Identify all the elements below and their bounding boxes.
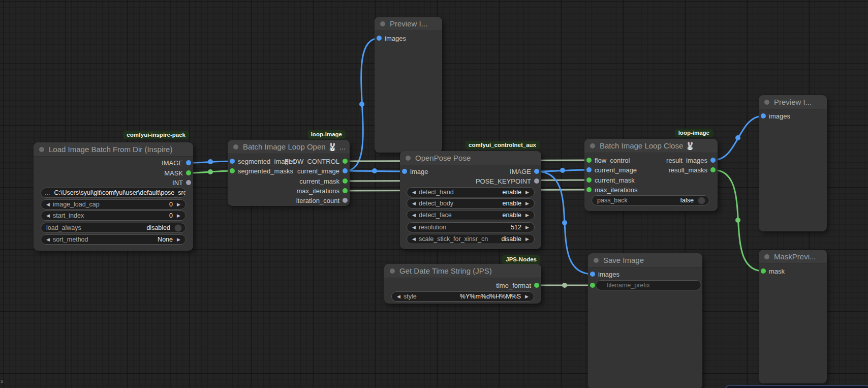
node-title-bar[interactable]: Preview I...: [375, 17, 442, 31]
node-preview-image-top[interactable]: Preview I... images: [375, 17, 442, 153]
slot-label: result_images: [666, 157, 707, 164]
widget-value: 0: [169, 212, 173, 219]
slot-dot-int[interactable]: [343, 188, 348, 193]
decrement-arrow-icon[interactable]: ◀: [411, 190, 417, 195]
slot-dot-int[interactable]: [186, 180, 191, 185]
node-title-bar[interactable]: Batch Image Loop Open 🐰 ...: [228, 140, 350, 154]
input-slot-current-mask: current_mask: [584, 175, 718, 185]
decrement-arrow-icon[interactable]: ◀: [411, 213, 417, 218]
slot-dot-image[interactable]: [343, 168, 348, 173]
widget-name: load_always: [46, 224, 146, 231]
node-title: OpenPose Pose: [415, 154, 471, 162]
slot-label: images: [385, 35, 406, 42]
slot-dot-int[interactable]: [586, 187, 592, 192]
widget-style[interactable]: ◀ style %Y%m%d%H%M%S ▶: [391, 291, 534, 302]
slot-dot-mask[interactable]: [761, 268, 766, 274]
slot-dot-mask[interactable]: [186, 170, 191, 175]
output-slot-mask: MASK: [34, 168, 193, 178]
decrement-arrow-icon[interactable]: ◀: [45, 202, 51, 207]
slot-label: FLOW_CONTROL: [285, 158, 339, 165]
node-mask-preview[interactable]: MaskPrevi... mask: [759, 250, 827, 383]
node-batch-image-loop-close[interactable]: Batch Image Loop Close 🐰 flow_control cu…: [584, 139, 718, 211]
link-midpoint-dot: [562, 220, 567, 225]
collapse-dot-icon[interactable]: [764, 254, 769, 259]
slot-dot-string[interactable]: [590, 283, 595, 288]
widget-directory-path[interactable]: ... C:\Users\syui\git\comfyui\user\defau…: [41, 188, 186, 198]
decrement-arrow-icon[interactable]: ◀: [411, 201, 417, 206]
collapse-dot-icon[interactable]: [590, 143, 595, 148]
increment-arrow-icon[interactable]: ▶: [175, 202, 182, 207]
increment-arrow-icon[interactable]: ▶: [175, 237, 182, 242]
slot-dot-image[interactable]: [761, 113, 766, 118]
increment-arrow-icon[interactable]: ▶: [524, 236, 531, 242]
decrement-arrow-icon[interactable]: ◀: [411, 236, 417, 242]
node-title-bar[interactable]: Preview I...: [759, 95, 827, 109]
node-title-bar[interactable]: MaskPrevi...: [759, 250, 827, 264]
widget-sort-method[interactable]: ◀ sort_method None ▶: [41, 234, 186, 245]
link-midpoint-dot: [208, 159, 213, 164]
widget-load-always[interactable]: load_always disabled: [41, 223, 186, 233]
widget-name: start_index: [53, 212, 169, 219]
decrement-arrow-icon[interactable]: ◀: [411, 225, 417, 230]
widget-pass-back[interactable]: pass_back false: [592, 195, 709, 205]
widget-detect-body[interactable]: ◀ detect_body enable ▶: [407, 198, 535, 208]
decrement-arrow-icon[interactable]: ◀: [45, 237, 51, 242]
graph-canvas[interactable]: Load Image Batch From Dir (Inspire) IMAG…: [0, 0, 868, 388]
node-openpose-pose[interactable]: OpenPose Pose image IMAGE POSE_KEYPOINT …: [400, 151, 541, 249]
collapse-dot-icon[interactable]: [390, 268, 395, 274]
widget-filename-prefix[interactable]: filename_prefix: [596, 280, 701, 290]
link-midpoint-dot: [560, 168, 565, 173]
node-title-bar[interactable]: OpenPose Pose: [400, 151, 541, 165]
node-batch-image-loop-open[interactable]: Batch Image Loop Open 🐰 ... segmented_im…: [228, 140, 350, 206]
node-save-image[interactable]: Save Image images filename_prefix: [588, 253, 702, 388]
increment-arrow-icon[interactable]: ▶: [524, 190, 531, 195]
collapse-dot-icon[interactable]: [380, 21, 385, 26]
node-title-bar[interactable]: Get Date Time String (JPS): [384, 264, 541, 278]
widget-image-load-cap[interactable]: ◀ image_load_cap 0 ▶: [41, 199, 186, 210]
increment-arrow-icon[interactable]: ▶: [524, 201, 531, 206]
toggle-knob[interactable]: [698, 197, 705, 204]
increment-arrow-icon[interactable]: ▶: [524, 225, 531, 230]
node-load-image-batch[interactable]: Load Image Batch From Dir (Inspire) IMAG…: [34, 142, 193, 251]
node-get-date-time-string[interactable]: Get Date Time String (JPS) time_format ◀…: [384, 264, 541, 304]
widget-detect-hand[interactable]: ◀ detect_hand enable ▶: [407, 187, 535, 197]
increment-arrow-icon[interactable]: ▶: [523, 294, 530, 299]
group-badge-inspire-pack: comfyui-inspire-pack: [123, 131, 189, 139]
slot-dot-flow-control[interactable]: [343, 159, 348, 164]
slot-dot-int[interactable]: [343, 198, 348, 203]
slot-dot-image[interactable]: [710, 158, 716, 163]
widget-scale-stick[interactable]: ◀ scale_stick_for_xinsr_cn disable ▶: [407, 234, 535, 244]
group-badge-controlnet-aux: comfyui_controlnet_aux: [465, 141, 540, 150]
partial-node-bottom-right[interactable]: [725, 385, 868, 388]
slot-label: max_iterations: [296, 187, 339, 195]
slot-label: IMAGE: [162, 159, 183, 167]
decrement-arrow-icon[interactable]: ◀: [45, 213, 51, 218]
collapse-dot-icon[interactable]: [233, 144, 238, 150]
increment-arrow-icon[interactable]: ▶: [524, 213, 531, 218]
slot-dot-image[interactable]: [534, 169, 539, 174]
widget-detect-face[interactable]: ◀ detect_face enable ▶: [407, 210, 535, 220]
slot-dot-string[interactable]: [534, 283, 539, 288]
slot-dot-pose-keypoint[interactable]: [534, 178, 539, 184]
slot-dot-mask[interactable]: [586, 177, 592, 183]
widget-value: enable: [502, 200, 521, 207]
increment-arrow-icon[interactable]: ▶: [175, 213, 182, 218]
collapse-dot-icon[interactable]: [39, 147, 44, 152]
collapse-dot-icon[interactable]: [594, 258, 599, 263]
widget-start-index[interactable]: ◀ start_index 0 ▶: [41, 211, 186, 221]
slot-dot-mask[interactable]: [343, 178, 348, 184]
collapse-dot-icon[interactable]: [406, 156, 411, 161]
node-title-bar[interactable]: Load Image Batch From Dir (Inspire): [34, 142, 193, 157]
toggle-knob[interactable]: [174, 224, 182, 232]
slot-dot-image[interactable]: [590, 272, 595, 277]
collapse-dot-icon[interactable]: [764, 100, 769, 105]
slot-dot-image[interactable]: [377, 36, 382, 41]
slot-dot-image[interactable]: [186, 160, 191, 165]
node-title-bar[interactable]: Save Image: [588, 253, 702, 267]
output-slot-time-format: time_format: [384, 280, 541, 290]
node-preview-image-right[interactable]: Preview I... images: [759, 95, 827, 231]
decrement-arrow-icon[interactable]: ◀: [395, 294, 402, 299]
slot-dot-mask[interactable]: [710, 167, 716, 172]
widget-resolution[interactable]: ◀ resolution 512 ▶: [407, 222, 535, 232]
node-title-bar[interactable]: Batch Image Loop Close 🐰: [584, 139, 718, 153]
